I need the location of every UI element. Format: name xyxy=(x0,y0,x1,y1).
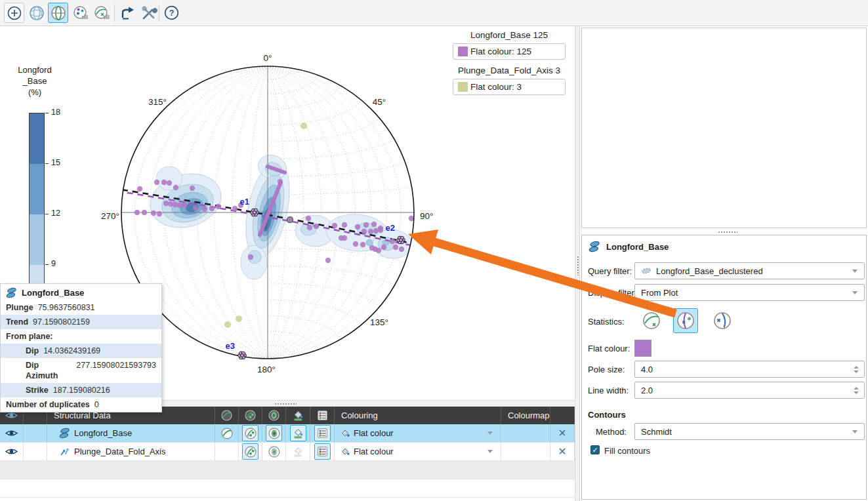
poles-toggle-active[interactable] xyxy=(242,425,258,441)
method-value: Schmidt xyxy=(641,427,672,437)
mean-plane-statistics-button[interactable] xyxy=(639,308,664,333)
query-filter-dropdown[interactable]: Longford_Base_declustered xyxy=(634,262,865,279)
pole-size-spinner[interactable]: 4.0 xyxy=(634,361,865,378)
planes-icon xyxy=(221,410,232,421)
structural-data-icon xyxy=(6,287,17,298)
remove-row-button[interactable]: ✕ xyxy=(550,443,575,460)
options-button[interactable] xyxy=(138,3,159,23)
contours-icon xyxy=(268,428,280,439)
fill-contours-label: Fill contours xyxy=(604,446,650,456)
flat-colour-label: Flat colour: xyxy=(588,344,630,353)
bucket-bar-icon-disabled xyxy=(293,446,304,457)
legend-title: Plunge_Data_Fold_Axis 3 xyxy=(453,66,566,75)
declustering-button[interactable] xyxy=(92,3,112,23)
colouring-value: Flat colour xyxy=(354,428,394,438)
line-width-spinner[interactable]: 2.0 xyxy=(634,382,865,399)
colourmap-cell[interactable] xyxy=(501,424,550,442)
show-planes-cell[interactable] xyxy=(215,424,239,442)
display-filter-dropdown[interactable]: From Plot xyxy=(634,284,865,301)
splitter-handle[interactable] xyxy=(718,231,737,233)
planes-column-header xyxy=(215,407,239,424)
fill-contours-checkbox[interactable]: ✓ xyxy=(590,445,600,454)
remove-row-button[interactable]: ✕ xyxy=(550,424,575,442)
svg-text:e1: e1 xyxy=(240,197,249,207)
right-panel-splitter[interactable] xyxy=(580,229,868,235)
legend-cell[interactable] xyxy=(310,443,335,460)
legend-cell[interactable] xyxy=(310,424,335,442)
colouring-dropdown[interactable]: Flat colour xyxy=(335,424,501,442)
stereonet-button[interactable] xyxy=(48,3,68,23)
table-row-longford-base[interactable]: Longford_Base xyxy=(0,424,575,443)
remove-column-header xyxy=(550,407,575,424)
splitter-handle[interactable] xyxy=(577,256,579,275)
show-poles-cell[interactable] xyxy=(239,443,262,460)
poles-column-header xyxy=(239,407,262,424)
structural-data-icon xyxy=(589,241,600,252)
contours-icon xyxy=(268,410,279,421)
planes-icon xyxy=(221,428,233,439)
legend-toggle-active[interactable] xyxy=(314,425,331,441)
spinner-arrows[interactable] xyxy=(854,387,859,394)
structural-data-table: Structural Data xyxy=(0,407,575,501)
properties-header: Longford_Base xyxy=(589,241,669,252)
spacer-cell xyxy=(24,443,47,460)
mean-toggle-active[interactable] xyxy=(290,425,306,441)
spinner-arrows[interactable] xyxy=(854,366,859,373)
chevron-down-icon xyxy=(852,291,858,294)
tooltip-row: Dip Azimuth277.15908021593793 xyxy=(1,358,161,383)
spacer-cell xyxy=(24,424,47,442)
legend-list-icon xyxy=(317,410,328,421)
flat-colour-swatch[interactable] xyxy=(634,340,651,357)
show-contours-cell[interactable] xyxy=(262,424,286,442)
colouring-dropdown[interactable]: Flat colour xyxy=(335,443,501,460)
dataset-name: Longford_Base xyxy=(74,428,132,438)
contours-toggle-active[interactable] xyxy=(266,425,282,441)
eigen-statistics-button[interactable] xyxy=(673,308,698,333)
colouring-options-button[interactable] xyxy=(70,3,91,23)
show-contours-cell[interactable] xyxy=(262,443,286,460)
tooltip-row: From plane: xyxy=(1,329,161,344)
globe-icon xyxy=(28,5,45,22)
export-button[interactable] xyxy=(117,3,138,23)
display-filter-value: From Plot xyxy=(641,288,678,298)
display-filter-label: Display filter xyxy=(588,288,634,298)
legend-list-icon xyxy=(317,446,328,457)
poles-icon xyxy=(245,410,256,421)
mean-colour-cell[interactable] xyxy=(286,443,310,460)
bucket-icon xyxy=(340,428,350,439)
help-button[interactable]: ? xyxy=(161,3,182,23)
svg-text:?: ? xyxy=(169,9,175,18)
dataset-name-cell[interactable]: Longford_Base xyxy=(47,424,215,442)
density-scale-title: Longford _Base (%) xyxy=(9,64,60,98)
vertical-splitter[interactable] xyxy=(575,26,580,501)
plot-legend: Longford_Base 125 Flat colour: 125 Plung… xyxy=(453,30,566,101)
toolbar-separator xyxy=(114,5,115,22)
visibility-toggle[interactable] xyxy=(0,424,24,442)
declustered-chart-icon xyxy=(94,5,111,22)
tooltip-row: Strike187.159080216 xyxy=(1,383,161,397)
scene-button[interactable] xyxy=(26,3,47,23)
palette-chart-icon xyxy=(72,5,89,22)
svg-text:0°: 0° xyxy=(264,53,272,63)
splitter-handle[interactable] xyxy=(274,403,297,405)
poles-toggle-active[interactable] xyxy=(242,443,258,460)
visibility-toggle[interactable] xyxy=(0,443,24,460)
add-button[interactable] xyxy=(4,3,24,23)
chevron-down-icon xyxy=(487,431,493,435)
chevron-down-icon xyxy=(852,270,858,273)
method-dropdown[interactable]: Schmidt xyxy=(634,423,865,440)
eye-icon xyxy=(5,429,18,437)
colourmap-cell[interactable] xyxy=(501,443,550,460)
mean-lineation-statistics-button[interactable] xyxy=(710,308,735,333)
show-planes-cell[interactable] xyxy=(215,443,239,460)
tooltip-row: Number of duplicates0 xyxy=(1,397,161,412)
properties-panel: Longford_Base Query filter: Longford_Bas… xyxy=(581,235,867,500)
structural-data-icon xyxy=(59,428,70,439)
legend-toggle-active[interactable] xyxy=(314,443,331,460)
dataset-name-cell[interactable]: Plunge_Data_Fold_Axis xyxy=(47,443,215,460)
table-row-plunge-data-fold-axis[interactable]: Plunge_Data_Fold_Axis xyxy=(0,443,575,461)
mean-colour-cell[interactable] xyxy=(286,424,310,442)
show-poles-cell[interactable] xyxy=(239,424,262,442)
legend-entry: Flat colour: 125 xyxy=(453,43,566,60)
eye-icon xyxy=(5,447,18,456)
